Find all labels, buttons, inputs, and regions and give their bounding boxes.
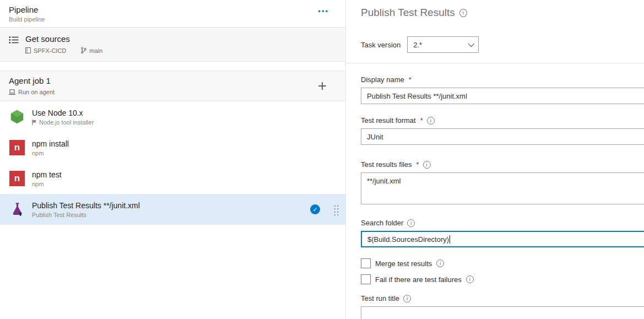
task-subtitle: npm (32, 150, 44, 156)
pipeline-task-list-panel: Pipeline Build pipeline ••• Get sources (0, 0, 346, 319)
task-version-label: Task version (361, 41, 401, 49)
test-result-format-label: Test result format (361, 116, 416, 125)
fail-on-test-failures-checkbox[interactable] (361, 274, 371, 284)
test-run-title-input[interactable] (361, 306, 644, 319)
task-title: npm install (32, 139, 339, 148)
get-sources-icon (9, 34, 19, 54)
task-row-publish-test-results[interactable]: Publish Test Results **/junit.xml Publis… (0, 194, 345, 225)
npm-icon: n (9, 171, 25, 186)
text-caret (450, 235, 450, 244)
task-subtitle: npm (32, 181, 44, 187)
info-icon[interactable]: i (436, 259, 444, 267)
info-icon[interactable]: i (407, 219, 415, 227)
repo-icon (25, 47, 31, 53)
pipeline-editor: Pipeline Build pipeline ••• Get sources (0, 0, 644, 319)
display-name-input[interactable]: Publish Test Results **/junit.xml (361, 88, 644, 104)
merge-test-results-checkbox[interactable] (361, 258, 371, 268)
agent-job-subtitle: Run on agent (18, 89, 55, 95)
task-title: Use Node 10.x (32, 109, 339, 117)
required-marker: * (416, 160, 419, 169)
task-version-value: 2.* (413, 41, 468, 49)
agent-job-title: Agent job 1 (9, 76, 55, 85)
branch-icon (80, 47, 86, 54)
search-folder-label: Search folder (361, 219, 403, 227)
chevron-down-icon (468, 41, 474, 47)
task-settings-title: Publish Test Results (361, 7, 455, 19)
info-icon[interactable]: i (459, 9, 467, 17)
npm-icon: n (9, 140, 25, 155)
test-run-title-label: Test run title (361, 294, 399, 302)
divider (346, 63, 644, 63)
task-title: Publish Test Results **/junit.xml (32, 201, 304, 210)
branch-name: main (89, 47, 102, 54)
info-icon[interactable]: i (403, 295, 411, 302)
task-row-npm-install[interactable]: n npm install npm (0, 132, 345, 163)
pipeline-title: Pipeline (9, 5, 45, 14)
tool-installer-icon (32, 120, 37, 125)
required-marker: * (420, 116, 423, 125)
node-icon (9, 109, 25, 125)
get-sources-title: Get sources (25, 34, 102, 44)
required-marker: * (409, 75, 412, 84)
fail-on-test-failures-label: Fail if there are test failures (375, 275, 462, 284)
repo-name: SPFX-CICD (34, 47, 66, 54)
selected-check-icon[interactable]: ✓ (310, 204, 320, 214)
task-subtitle: Node.js tool installer (39, 119, 94, 126)
agent-icon (9, 89, 15, 95)
more-actions-icon[interactable]: ••• (318, 5, 329, 15)
task-row-npm-test[interactable]: n npm test npm (0, 163, 345, 194)
info-icon[interactable]: i (466, 275, 474, 283)
info-icon[interactable]: i (423, 161, 431, 169)
task-row-use-node[interactable]: Use Node 10.x Node.js tool installer (0, 101, 345, 132)
flask-icon (9, 201, 25, 218)
task-version-dropdown[interactable]: 2.* (407, 36, 479, 53)
display-name-label: Display name (361, 75, 404, 84)
task-title: npm test (32, 170, 339, 179)
test-results-files-label: Test results files (361, 160, 412, 169)
info-icon[interactable]: i (427, 117, 435, 125)
drag-handle[interactable] (333, 204, 339, 215)
search-folder-input[interactable]: $(Build.SourcesDirectory) (361, 231, 644, 247)
task-settings-panel: Publish Test Results i Task version 2.* … (346, 0, 644, 319)
agent-job-row[interactable]: Agent job 1 Run on agent + (0, 71, 345, 101)
merge-test-results-label: Merge test results (375, 259, 432, 268)
test-result-format-input[interactable]: JUnit (361, 128, 644, 145)
pipeline-header: Pipeline Build pipeline ••• (0, 0, 345, 28)
pipeline-subtitle: Build pipeline (9, 16, 45, 23)
add-task-button[interactable]: + (318, 79, 327, 93)
task-subtitle: Publish Test Results (32, 212, 86, 218)
get-sources-row[interactable]: Get sources SPFX-CICD (0, 28, 345, 62)
test-results-files-input[interactable]: **/junit.xml (361, 172, 644, 204)
